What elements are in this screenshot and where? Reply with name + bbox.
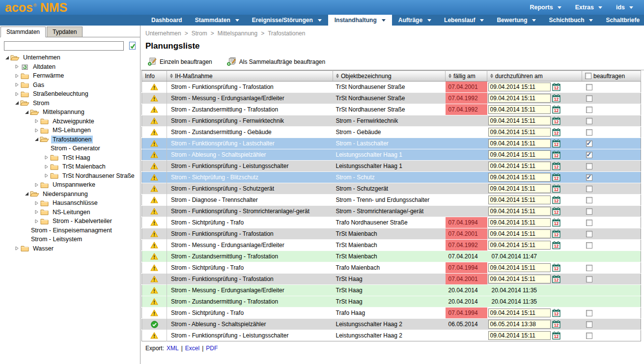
tree-expand-icon[interactable] [14,246,20,251]
calendar-icon[interactable]: 12 [552,219,560,227]
beauftragen-checkbox[interactable] [586,152,592,158]
breadcrumb-item-trafostationen[interactable]: Trafostationen [268,30,305,37]
due-date-input[interactable] [488,83,551,91]
tab-ereignisse-störungen[interactable]: Ereignisse/Störungen [246,15,328,26]
tree-collapse-icon[interactable] [33,137,39,141]
tree-item-ms-leitungen[interactable]: MS-Leitungen [0,126,140,135]
tab-lebenslauf[interactable]: Lebenslauf [438,15,490,26]
select-all-checkbox[interactable] [585,73,591,79]
due-date-input[interactable] [488,308,551,317]
calendar-icon[interactable]: 12 [552,264,560,272]
calendar-icon[interactable]: 12 [552,151,560,159]
due-date-input[interactable] [488,320,551,329]
tree-collapse-icon[interactable] [4,56,10,60]
beauftragen-checkbox[interactable] [586,95,592,102]
tree-item-trafostationen[interactable]: Trafostationen [0,135,140,144]
due-date-input[interactable] [488,105,551,114]
tab-schaltbriefe[interactable]: Schaltbriefe [599,15,644,26]
column-header-ih-maßnahme[interactable]: IH-Maßnahme [167,71,333,82]
column-header-durchzuführen-am[interactable]: durchzuführen am [487,71,582,82]
beauftragen-checkbox[interactable] [586,163,592,169]
tree-item-strom-generator[interactable]: Strom - Generator [0,144,140,153]
tree-item-trst-haag[interactable]: TrSt Haag [0,153,140,163]
tree-expand-icon[interactable] [43,155,49,160]
due-date-input[interactable] [488,128,551,137]
due-date-input[interactable] [488,139,551,148]
tree-item-abzweigpunkte[interactable]: Abzweigpunkte [0,117,140,126]
due-date-input[interactable] [488,207,551,216]
calendar-icon[interactable]: 12 [552,94,560,103]
einzeln-beauftragen-button[interactable]: Einzeln beauftragen [148,57,212,66]
sort-icon[interactable] [170,74,173,78]
sidebar-search-input[interactable] [4,41,124,51]
calendar-icon[interactable]: 12 [552,117,560,125]
beauftragen-checkbox[interactable] [586,84,592,90]
header-menu-extras[interactable]: Extras [575,4,602,11]
beauftragen-checkbox[interactable] [586,208,592,215]
breadcrumb-item-unternehmen[interactable]: Unternehmen [145,30,181,37]
tree-expand-icon[interactable] [33,210,39,214]
tree-item-niederspannung[interactable]: Niederspannung [0,190,140,199]
due-date-input[interactable] [488,184,551,193]
calendar-icon[interactable]: 12 [552,275,560,283]
beauftragen-checkbox[interactable] [586,107,592,113]
sort-icon[interactable] [336,74,339,78]
tree-expand-icon[interactable] [33,219,39,224]
due-date-input[interactable] [488,275,551,283]
sidebar-tab-stammdaten[interactable]: Stammdaten [0,27,46,37]
calendar-icon[interactable]: 12 [552,241,560,250]
calendar-icon[interactable]: 12 [552,196,560,204]
tree-item-altdaten[interactable]: Altdaten [0,62,140,72]
calendar-icon[interactable]: 12 [552,173,560,182]
due-date-input[interactable] [488,94,551,103]
column-header-objektbezeichnung[interactable]: Objektbezeichnung [333,71,446,82]
tree-item-strom[interactable]: Strom [0,99,140,108]
due-date-input[interactable] [488,150,551,159]
beauftragen-checkbox[interactable] [586,186,592,192]
tree-item-gas[interactable]: Gas [0,81,140,90]
tree-item-strom-leitsystem[interactable]: Strom - Leitsystem [0,235,140,244]
tab-dashboard[interactable]: Dashboard [145,15,189,26]
tree-item-strom-kabelverteiler[interactable]: Strom - Kabelverteiler [0,217,140,226]
tab-instandhaltung[interactable]: Instandhaltung [328,15,392,26]
sidebar-tab-typdaten[interactable]: Typdaten [47,27,83,37]
header-menu-reports[interactable]: Reports [530,4,561,11]
tree-expand-icon[interactable] [14,92,20,96]
calendar-icon[interactable]: 12 [552,230,560,238]
due-date-input[interactable] [488,116,551,125]
beauftragen-checkbox[interactable] [586,197,592,203]
breadcrumb-item-strom[interactable]: Strom [192,30,207,37]
tab-stammdaten[interactable]: Stammdaten [189,15,246,26]
tree-expand-icon[interactable] [33,119,39,123]
beauftragen-checkbox[interactable] [586,265,592,271]
beauftragen-checkbox[interactable] [586,242,592,249]
beauftragen-checkbox[interactable] [586,220,592,226]
sort-icon[interactable] [490,74,493,78]
calendar-icon[interactable]: 12 [552,140,560,148]
tree-item-unternehmen[interactable]: Unternehmen [0,53,140,62]
due-date-input[interactable] [488,173,551,182]
tree-item-straßenbeleuchtung[interactable]: Straßenbeleuchtung [0,89,140,99]
calendar-icon[interactable]: 12 [552,320,560,329]
calendar-icon[interactable]: 12 [552,309,560,317]
tree-expand-icon[interactable] [43,165,49,169]
tree-item-trst-nordhausener-straße[interactable]: TrSt Nordhausener Straße [0,171,140,181]
column-header-fällig-am[interactable]: fällig am [446,71,487,82]
calendar-icon[interactable]: 12 [552,83,560,91]
export-link-pdf[interactable]: PDF [206,345,218,352]
tree-expand-icon[interactable] [14,64,20,69]
header-menu-ids[interactable]: ids [616,4,633,11]
tree-expand-icon[interactable] [33,183,39,187]
calendar-icon[interactable]: 12 [552,332,560,340]
calendar-icon[interactable]: 12 [552,106,560,114]
tree-collapse-icon[interactable] [24,192,29,196]
beauftragen-checkbox[interactable] [586,118,592,124]
export-link-excel[interactable]: Excel [185,345,199,352]
beauftragen-checkbox[interactable] [586,231,592,237]
tree-expand-icon[interactable] [14,74,20,78]
beauftragen-checkbox[interactable] [586,333,592,339]
due-date-input[interactable] [488,218,551,227]
calendar-icon[interactable]: 12 [552,185,560,193]
due-date-input[interactable] [488,196,551,204]
export-link-xml[interactable]: XML [167,345,179,352]
